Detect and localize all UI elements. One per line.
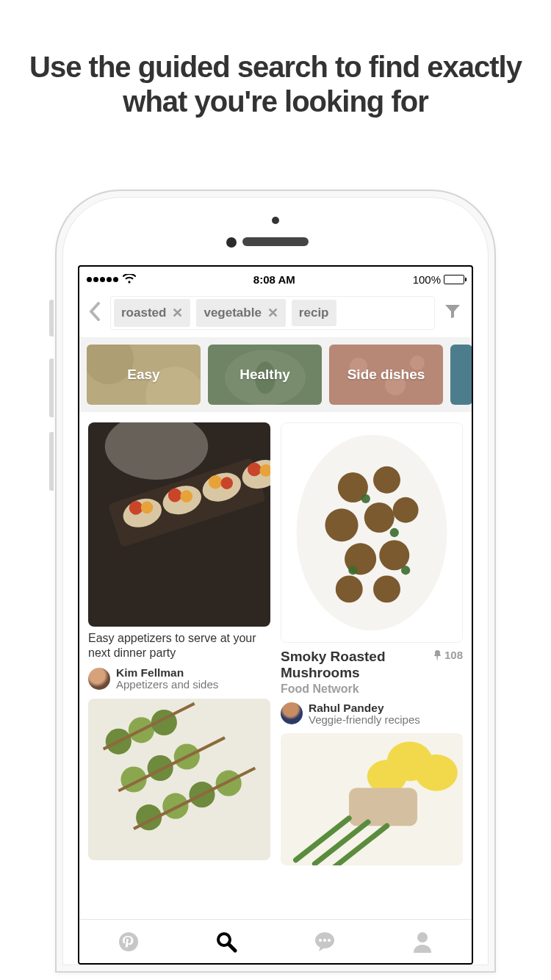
close-icon[interactable]: ✕ (267, 305, 278, 321)
guide-label: Easy (127, 367, 159, 383)
svg-point-44 (325, 508, 358, 541)
pin-card[interactable] (281, 733, 463, 865)
pin-card[interactable]: Smoky Roasted Mushrooms 108 Food Network (281, 422, 463, 726)
tab-bar (79, 919, 472, 963)
marketing-headline: Use the guided search to find exactly wh… (0, 0, 551, 119)
search-chip-roasted[interactable]: roasted ✕ (114, 299, 190, 327)
battery-percent: 100% (413, 273, 441, 286)
guide-tile-more[interactable] (450, 345, 472, 405)
svg-point-57 (415, 754, 458, 791)
svg-point-52 (390, 528, 399, 537)
svg-point-50 (373, 575, 400, 602)
app-screen: 8:08 AM 100% roasted ✕ (78, 265, 473, 965)
pin-card[interactable] (88, 699, 270, 860)
svg-point-49 (336, 575, 363, 602)
back-button[interactable] (85, 302, 104, 324)
feed-column-right: Smoky Roasted Mushrooms 108 Food Network (281, 422, 463, 919)
guide-label: Healthy (240, 367, 290, 383)
search-chip-vegetable[interactable]: vegetable ✕ (196, 299, 285, 327)
svg-line-65 (228, 944, 235, 951)
svg-point-41 (297, 435, 447, 631)
search-chip-container[interactable]: roasted ✕ vegetable ✕ recip (110, 296, 435, 330)
svg-point-51 (361, 494, 370, 503)
user-name: Kim Fellman (116, 666, 218, 679)
pin-feed[interactable]: Easy appetizers to serve at your next di… (79, 412, 472, 919)
svg-point-68 (323, 939, 326, 942)
device-sensor-cluster (63, 214, 488, 265)
filter-button[interactable] (441, 304, 464, 322)
svg-point-53 (348, 566, 357, 574)
pin-attribution[interactable]: Rahul Pandey Veggie-friendly recipes (281, 702, 463, 727)
svg-point-70 (417, 932, 428, 943)
board-name: Veggie-friendly recipes (309, 714, 420, 727)
chat-bubble-icon (313, 931, 336, 953)
svg-rect-26 (88, 699, 270, 860)
svg-point-67 (319, 939, 322, 942)
guide-tile-easy[interactable]: Easy (87, 345, 201, 405)
pin-count: 108 (433, 649, 463, 661)
pin-image[interactable] (281, 733, 463, 865)
avatar (281, 702, 303, 724)
tab-profile[interactable] (374, 920, 472, 963)
tab-notifications[interactable] (276, 920, 374, 963)
avatar (88, 668, 110, 690)
pin-card[interactable]: Easy appetizers to serve at your next di… (88, 422, 270, 691)
wifi-icon (123, 273, 136, 286)
tab-search[interactable] (178, 920, 276, 963)
svg-point-43 (373, 466, 400, 494)
svg-rect-59 (349, 788, 417, 826)
pin-image[interactable] (88, 422, 270, 627)
search-icon (215, 931, 237, 953)
chip-label: roasted (121, 306, 166, 320)
svg-point-63 (119, 932, 138, 951)
pin-title: Smoky Roasted Mushrooms (281, 649, 428, 681)
guide-label: Side dishes (347, 367, 425, 383)
pinterest-logo-icon (118, 931, 140, 953)
search-bar: roasted ✕ vegetable ✕ recip (79, 292, 472, 337)
device-vol-down (49, 432, 54, 491)
svg-point-48 (379, 540, 409, 570)
guided-search-row: Easy Healthy Side dishes (79, 337, 472, 412)
svg-point-69 (328, 939, 331, 942)
tab-home[interactable] (79, 920, 178, 963)
battery-icon (444, 275, 464, 284)
svg-point-36 (216, 770, 242, 796)
close-icon[interactable]: ✕ (172, 305, 183, 321)
user-name: Rahul Pandey (309, 702, 420, 714)
status-time: 8:08 AM (253, 273, 295, 286)
pin-icon (433, 650, 442, 660)
pin-image[interactable] (88, 699, 270, 860)
guide-tile-side-dishes[interactable]: Side dishes (329, 345, 443, 405)
svg-point-46 (393, 497, 419, 523)
svg-point-54 (401, 566, 410, 574)
chip-label: vegetable (204, 306, 261, 320)
svg-point-31 (148, 754, 173, 780)
svg-rect-10 (450, 345, 472, 405)
status-bar: 8:08 AM 100% (79, 267, 472, 292)
device-mute-switch (49, 300, 54, 336)
person-icon (412, 931, 433, 953)
guide-tile-healthy[interactable]: Healthy (208, 345, 322, 405)
pin-image[interactable] (281, 422, 463, 643)
device-frame: 8:08 AM 100% roasted ✕ (55, 190, 496, 973)
pin-source: Food Network (281, 682, 463, 696)
pin-attribution[interactable]: Kim Fellman Appetizers and sides (88, 666, 270, 691)
search-chip-recipe[interactable]: recip (292, 300, 336, 326)
cell-signal-icon (87, 277, 118, 282)
pin-description: Easy appetizers to serve at your next di… (88, 631, 270, 660)
feed-column-left: Easy appetizers to serve at your next di… (88, 422, 270, 919)
chip-label: recip (299, 306, 329, 320)
board-name: Appetizers and sides (116, 679, 218, 691)
device-vol-up (49, 359, 54, 417)
svg-point-34 (162, 793, 188, 818)
svg-point-45 (364, 502, 395, 533)
